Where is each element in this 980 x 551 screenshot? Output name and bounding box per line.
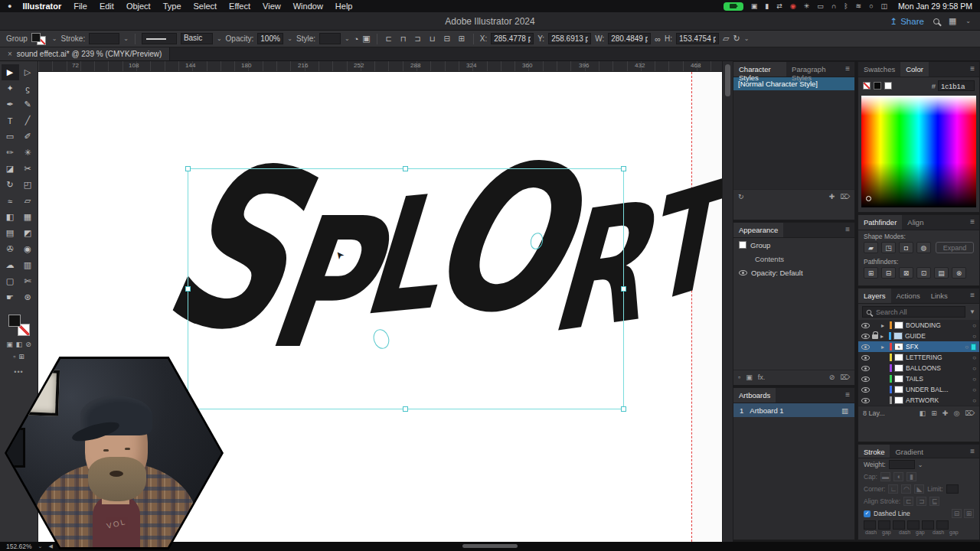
black-swatch[interactable] (874, 82, 881, 90)
target-circle-icon[interactable]: ○ (972, 386, 976, 393)
apple-menu-icon[interactable]: ● (8, 2, 11, 10)
new-sublayer-icon[interactable]: ⊞ (931, 409, 937, 417)
align-vertical-bottom-icon[interactable]: ⊞ (456, 34, 467, 43)
selection-handle[interactable] (403, 406, 408, 412)
preserve-dash-icon[interactable]: ⊟ (952, 509, 962, 518)
free-transform-tool[interactable]: ▱ (19, 193, 37, 209)
panel-menu-icon[interactable]: ≡ (965, 62, 979, 77)
menu-file[interactable]: File (74, 2, 87, 11)
lasso-tool[interactable]: ϛ (19, 80, 37, 96)
brush-chevron-icon[interactable]: ⌄ (217, 35, 222, 42)
visibility-eye-icon[interactable] (861, 323, 870, 328)
workspace-chevron-icon[interactable]: ⌄ (965, 18, 971, 24)
layer-row-balloons[interactable]: BALLOONS ○ (858, 363, 979, 373)
type-tool[interactable]: T (2, 112, 19, 129)
stroke-chevron-icon[interactable]: ⌄ (123, 35, 129, 42)
crop-icon[interactable]: ⊡ (916, 267, 931, 279)
disclosure-icon[interactable]: ▸ (881, 322, 887, 329)
blend-tool[interactable]: ◉ (19, 241, 37, 257)
brush-preview-dropdown[interactable] (142, 33, 177, 44)
layer-row-sfx[interactable]: ▸ s SFX ○ (858, 341, 979, 352)
brush-definition-dropdown[interactable]: Basic (181, 33, 213, 44)
color-picker-dot[interactable] (866, 196, 871, 201)
redefine-style-icon[interactable]: ↻ (738, 193, 744, 201)
tab-layers[interactable]: Layers (858, 289, 891, 303)
scale-tool[interactable]: ◰ (19, 177, 37, 193)
new-stroke-icon[interactable]: ▫ (738, 373, 740, 381)
align-horizontal-center-icon[interactable]: ⊓ (398, 34, 409, 43)
document-tab[interactable]: × sound effect.ai* @ 239 % (CMYK/Preview… (0, 47, 170, 60)
record-dot-icon[interactable]: ◉ (790, 2, 796, 10)
outline-icon[interactable]: ▤ (934, 267, 949, 279)
gear-icon[interactable]: ✳ (804, 2, 810, 10)
layer-name[interactable]: GUIDE (905, 332, 970, 340)
line-segment-tool[interactable]: ╱ (19, 112, 37, 129)
menu-help[interactable]: Help (335, 2, 353, 11)
style-dropdown[interactable] (319, 33, 341, 44)
locate-object-icon[interactable]: ◎ (953, 409, 959, 417)
layer-row-artwork[interactable]: ARTWORK ○ (858, 395, 979, 406)
visibility-eye-icon[interactable] (861, 366, 870, 371)
selection-tool[interactable]: ▶ (2, 64, 19, 80)
appearance-row-contents[interactable]: Contents (733, 252, 854, 266)
more-options-chevron-icon[interactable]: ⌄ (744, 35, 750, 42)
align-vertical-top-icon[interactable]: ⊔ (427, 34, 438, 43)
delete-layer-icon[interactable]: ⌦ (965, 409, 975, 417)
align-center-icon[interactable]: ⊏ (903, 497, 913, 506)
fill-chevron-icon[interactable]: ⌄ (52, 35, 57, 42)
visibility-eye-icon[interactable] (861, 355, 870, 360)
target-circle-icon[interactable]: ○ (972, 333, 976, 340)
delete-style-icon[interactable]: ⌦ (840, 193, 850, 201)
selection-handle[interactable] (185, 166, 191, 171)
new-layer-icon[interactable]: ✚ (942, 409, 949, 417)
w-input[interactable] (608, 33, 651, 44)
visibility-eye-icon[interactable] (739, 270, 747, 276)
intersect-icon[interactable]: ◘ (899, 242, 913, 253)
visibility-eye-icon[interactable] (861, 344, 870, 350)
target-circle-icon[interactable]: ○ (972, 365, 976, 372)
fill-stroke-wells[interactable] (31, 32, 48, 46)
shear-icon[interactable]: ▱ (723, 34, 729, 44)
folder-icon[interactable]: ▭ (817, 2, 824, 10)
layer-name[interactable]: ARTWORK (906, 396, 970, 404)
layer-name[interactable]: LETTERING (906, 354, 970, 361)
none-mode-icon[interactable]: ⊘ (25, 341, 31, 348)
exclude-icon[interactable]: ◍ (916, 242, 931, 253)
shape-builder-tool[interactable]: ◧ (2, 209, 19, 225)
rotate-icon[interactable]: ↻ (733, 34, 740, 44)
opacity-input[interactable] (257, 33, 283, 44)
panel-menu-icon[interactable]: ≡ (965, 215, 979, 230)
target-circle-icon[interactable]: ○ (972, 354, 976, 361)
shaper-tool[interactable]: ✳ (19, 145, 37, 161)
magic-wand-tool[interactable]: ✦ (2, 80, 19, 96)
layer-name[interactable]: BOUNDING (906, 321, 970, 329)
fill-color-well[interactable] (8, 315, 21, 327)
gap-input[interactable] (878, 520, 890, 530)
align-dash-icon[interactable]: ⊞ (964, 509, 974, 518)
target-circle-icon[interactable]: ○ (972, 376, 976, 383)
pencil-tool[interactable]: ✏ (2, 145, 19, 161)
prev-artboard-icon[interactable]: ◀ (48, 543, 52, 549)
horizontal-ruler[interactable]: 72 108 144 180 216 252 288 324 360 396 4… (38, 61, 722, 72)
layer-row-bounding[interactable]: ▸ BOUNDING ○ (858, 320, 979, 331)
vertical-scrollbar[interactable] (722, 61, 733, 542)
sync-arrows-icon[interactable]: ⇄ (776, 2, 782, 10)
opacity-chevron-icon[interactable]: ⌄ (287, 35, 292, 42)
visibility-eye-icon[interactable] (861, 334, 870, 339)
width-tool[interactable]: ≈ (2, 193, 19, 209)
tab-links[interactable]: Links (926, 289, 953, 303)
appearance-row-group[interactable]: Group (733, 238, 854, 252)
clear-appearance-icon[interactable]: ⊘ (829, 373, 835, 381)
hex-color-input[interactable] (938, 80, 975, 91)
trim-icon[interactable]: ⊟ (881, 267, 896, 279)
layer-thumbnail[interactable] (894, 364, 903, 372)
align-horizontal-left-icon[interactable]: ⊏ (384, 34, 394, 43)
bluetooth-icon[interactable]: ᛒ (844, 2, 848, 10)
eraser-tool[interactable]: ◪ (2, 161, 19, 177)
stroke-weight-input[interactable] (889, 460, 915, 469)
direct-selection-tool[interactable]: ▷ (19, 64, 37, 80)
link-dimensions-icon[interactable]: ∞ (655, 34, 661, 44)
column-graph-tool[interactable]: ▥ (19, 257, 37, 273)
dash-input[interactable] (922, 520, 934, 530)
panel-menu-icon[interactable]: ≡ (841, 223, 854, 237)
